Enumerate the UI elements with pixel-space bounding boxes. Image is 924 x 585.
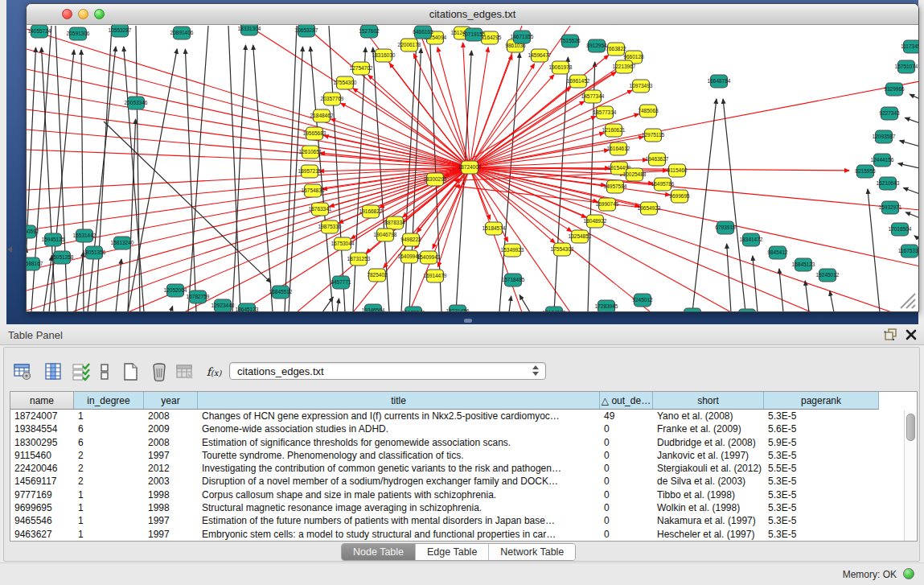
yellow-node[interactable]: 17554300 bbox=[334, 76, 357, 89]
yellow-node[interactable]: 18048922 bbox=[584, 215, 607, 228]
table-row[interactable]: 1938455462009Genome-wide association stu… bbox=[10, 422, 879, 435]
yellow-node[interactable]: 12160621 bbox=[602, 124, 626, 137]
vertical-scrollbar[interactable] bbox=[904, 410, 916, 541]
yellow-node[interactable]: 7825402 bbox=[367, 269, 388, 282]
yellow-node[interactable]: 19061978 bbox=[549, 61, 573, 74]
teal-node[interactable]: 9245012 bbox=[632, 294, 653, 307]
table-selector-dropdown[interactable]: citations_edges.txt bbox=[229, 362, 546, 380]
table-row[interactable]: 911546021997Tourette syndrome. Phenomeno… bbox=[10, 449, 879, 462]
row-height-button[interactable] bbox=[93, 360, 116, 383]
yellow-node[interactable]: 19565683 bbox=[303, 127, 326, 140]
teal-node[interactable]: 6466163 bbox=[413, 26, 433, 39]
citation-network-graph[interactable]: 1872400718300295220061781831603012754702… bbox=[27, 25, 918, 311]
memory-ok-icon[interactable] bbox=[903, 568, 914, 579]
yellow-node[interactable]: 8878334 bbox=[384, 216, 405, 229]
yellow-node[interactable]: 7485063 bbox=[638, 105, 659, 117]
resize-grip-icon[interactable] bbox=[896, 289, 917, 310]
yellow-node[interactable]: 14596477 bbox=[528, 49, 552, 62]
teal-node[interactable]: 10719155 bbox=[462, 28, 486, 41]
yellow-node[interactable]: 15349923 bbox=[501, 244, 524, 257]
table-row[interactable]: 1872400712008Changes of HCN gene express… bbox=[10, 410, 879, 422]
yellow-node[interactable]: 19654923 bbox=[638, 202, 661, 215]
yellow-node[interactable]: 16495786 bbox=[651, 178, 675, 191]
teal-node[interactable]: 9134512 bbox=[737, 309, 758, 311]
collapse-panel-arrow-icon[interactable] bbox=[7, 246, 12, 253]
teal-node[interactable]: 17283945 bbox=[595, 300, 618, 311]
yellow-node[interactable]: 18763341 bbox=[309, 203, 332, 216]
show-columns-button[interactable] bbox=[42, 360, 64, 383]
teal-node[interactable]: 18124512 bbox=[543, 307, 566, 311]
teal-node[interactable]: 16531442 bbox=[73, 229, 97, 242]
yellow-node[interactable]: 9699695 bbox=[669, 190, 690, 203]
yellow-node[interactable]: 18577314 bbox=[593, 106, 617, 119]
table-row[interactable]: 1456911722003Disruption of a novel membe… bbox=[10, 475, 879, 488]
teal-node[interactable]: 18231456 bbox=[446, 305, 470, 311]
table-row[interactable]: 946362711997Embryonic stem cells: a mode… bbox=[10, 528, 879, 541]
teal-node[interactable]: 20891406 bbox=[170, 27, 194, 39]
teal-node[interactable]: 7515526 bbox=[560, 35, 581, 47]
teal-node[interactable]: 19245012 bbox=[816, 269, 840, 282]
teal-node[interactable]: 12444156 bbox=[871, 154, 894, 167]
teal-node[interactable]: 19588167 bbox=[27, 257, 43, 270]
table-row[interactable]: 969969511998Structural magnetic resonanc… bbox=[10, 501, 879, 514]
column-header-title[interactable]: title bbox=[198, 392, 600, 410]
yellow-node[interactable]: 18300295 bbox=[424, 173, 447, 186]
yellow-node[interactable]: 15184574 bbox=[483, 222, 506, 235]
teal-node[interactable]: 15051358 bbox=[51, 251, 74, 264]
yellow-node[interactable]: 15409943 bbox=[417, 251, 441, 264]
teal-node[interactable]: 18645123 bbox=[236, 303, 259, 311]
teal-node[interactable]: 8215955 bbox=[855, 165, 876, 178]
table-settings-button[interactable] bbox=[11, 360, 34, 383]
teal-node[interactable]: 12093587 bbox=[873, 130, 896, 143]
teal-node[interactable]: 11675334 bbox=[898, 245, 918, 257]
teal-node[interactable]: 9845412 bbox=[767, 246, 788, 259]
yellow-node[interactable]: 16753044 bbox=[331, 237, 355, 250]
yellow-node[interactable]: 19166827 bbox=[359, 205, 383, 218]
yellow-node[interactable]: 18316030 bbox=[372, 49, 396, 62]
teal-node[interactable]: 12052064 bbox=[164, 284, 187, 297]
table-row[interactable]: 1830029562008Estimation of significance … bbox=[10, 436, 879, 449]
new-file-button[interactable] bbox=[119, 360, 142, 383]
yellow-node[interactable]: 20357769 bbox=[321, 93, 344, 105]
import-table-button[interactable] bbox=[174, 360, 196, 383]
teal-node[interactable]: 20053346 bbox=[125, 97, 148, 109]
yellow-node[interactable]: 12754702 bbox=[350, 62, 373, 75]
teal-node[interactable]: 14671355 bbox=[511, 31, 534, 43]
yellow-node[interactable]: 16164612 bbox=[607, 142, 630, 155]
teal-node[interactable]: 10653287 bbox=[295, 25, 318, 37]
yellow-node[interactable]: 12213967 bbox=[613, 60, 636, 73]
yellow-node[interactable]: 10025488 bbox=[623, 168, 647, 181]
teal-node[interactable]: 16782759 bbox=[187, 290, 210, 303]
yellow-node[interactable]: 16754836 bbox=[302, 184, 325, 197]
table-row[interactable]: 2242004622012Investigating the contribut… bbox=[10, 462, 879, 475]
yellow-node[interactable]: 16990745 bbox=[596, 198, 619, 211]
network-canvas[interactable]: 1872400718300295220061781831603012754702… bbox=[27, 25, 918, 311]
teal-node[interactable]: 19346564 bbox=[362, 304, 385, 311]
yellow-node[interactable]: 17554302 bbox=[551, 243, 574, 256]
teal-node[interactable]: 16224134 bbox=[681, 308, 704, 311]
yellow-node[interactable]: 12610651 bbox=[299, 146, 322, 159]
yellow-node[interactable]: 14577344 bbox=[581, 90, 605, 103]
tab-edge-table[interactable]: Edge Table bbox=[416, 544, 489, 560]
column-header-pagerank[interactable]: pagerank bbox=[764, 392, 879, 410]
panel-splitter-handle[interactable] bbox=[464, 319, 472, 323]
teal-node[interactable]: 9227343 bbox=[879, 107, 900, 120]
teal-node[interactable]: 18341472 bbox=[740, 233, 763, 246]
teal-node[interactable]: 9329966 bbox=[884, 83, 905, 96]
teal-node[interactable]: 18051356 bbox=[83, 246, 106, 259]
delete-button[interactable] bbox=[148, 360, 170, 383]
yellow-node[interactable]: 9498222 bbox=[400, 233, 421, 246]
column-header-short[interactable]: short bbox=[653, 392, 764, 410]
teal-node[interactable]: 10553287 bbox=[109, 25, 132, 37]
teal-node[interactable]: 15751074 bbox=[895, 60, 918, 73]
teal-node[interactable]: 16845123 bbox=[792, 258, 815, 271]
teal-node[interactable]: 18331304 bbox=[238, 25, 261, 35]
teal-node[interactable]: 15813240 bbox=[111, 237, 134, 249]
teal-node[interactable]: 16125346 bbox=[402, 307, 425, 311]
yellow-node[interactable]: 14957584 bbox=[604, 180, 627, 193]
float-panel-icon[interactable] bbox=[884, 328, 898, 341]
teal-node[interactable]: 16648784 bbox=[708, 75, 731, 88]
yellow-node[interactable]: 21848462 bbox=[310, 109, 334, 122]
yellow-node[interactable]: 9115460 bbox=[667, 164, 688, 177]
yellow-node[interactable]: 22006178 bbox=[398, 39, 421, 51]
